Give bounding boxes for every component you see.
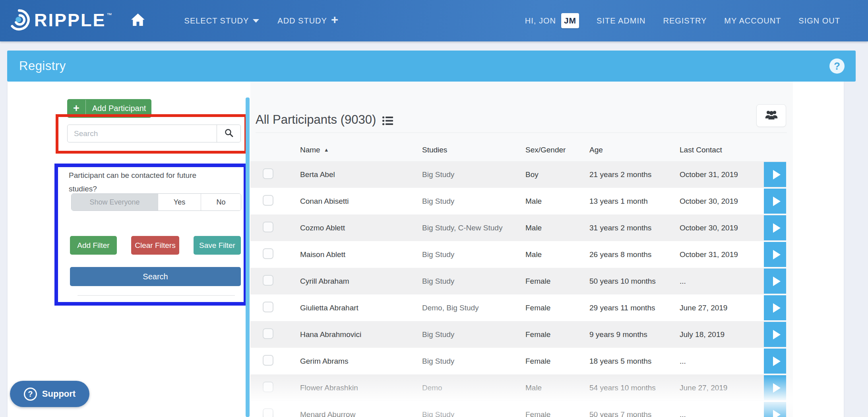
column-header-studies[interactable]: Studies — [416, 146, 519, 154]
home-button[interactable] — [131, 14, 145, 28]
plus-icon: + — [67, 100, 86, 117]
open-participant-button[interactable] — [764, 322, 786, 347]
help-icon[interactable]: ? — [829, 58, 845, 74]
row-checkbox[interactable] — [263, 302, 273, 312]
row-checkbox[interactable] — [263, 275, 273, 286]
table-row: Berta Abel Big Study Boy 21 years 2 mont… — [250, 161, 786, 188]
participants-table-body: Berta Abel Big Study Boy 21 years 2 mont… — [250, 161, 786, 417]
participant-last-contact: July 18, 2019 — [674, 330, 764, 339]
row-checkbox[interactable] — [263, 382, 273, 392]
save-filter-button[interactable]: Save Filter — [194, 236, 241, 255]
add-study-label: ADD STUDY — [277, 16, 327, 25]
participant-name: Giulietta Abrahart — [294, 304, 416, 312]
participant-name: Conan Abisetti — [294, 197, 416, 206]
group-view-button[interactable] — [756, 104, 786, 127]
row-checkbox-cell — [250, 275, 294, 288]
panel-scrollbar[interactable] — [246, 97, 250, 417]
table-row: Cozmo Ablett Big Study, C-New Study Male… — [250, 214, 786, 241]
participant-sex: Female — [519, 330, 583, 339]
clear-filters-button[interactable]: Clear Filters — [131, 236, 179, 255]
open-participant-button[interactable] — [764, 242, 786, 267]
participant-studies: Big Study — [416, 197, 519, 206]
search-submit-button[interactable] — [217, 125, 240, 142]
open-participant-button[interactable] — [764, 215, 786, 240]
search-input[interactable] — [68, 125, 217, 142]
participant-age: 9 years 9 months — [583, 330, 674, 339]
open-participant-button[interactable] — [764, 295, 786, 320]
navbar-left-group: RIPPLE ™ SELECT STUDY ADD STUDY + — [8, 0, 339, 41]
support-button[interactable]: ? Support — [10, 381, 89, 407]
participant-last-contact: June 27, 2019 — [674, 384, 764, 392]
participant-studies: Demo, Big Study — [416, 304, 519, 312]
table-row: Cyrill Abraham Big Study Female 50 years… — [250, 268, 786, 294]
open-participant-button[interactable] — [764, 162, 786, 187]
nav-my-account[interactable]: MY ACCOUNT — [724, 16, 781, 25]
user-menu[interactable]: HI, JON JM — [525, 13, 579, 28]
segment-yes[interactable]: Yes — [158, 194, 201, 210]
participant-name: Cozmo Ablett — [294, 224, 416, 232]
column-header-last-contact[interactable]: Last Contact — [674, 146, 764, 154]
row-checkbox-cell — [250, 222, 294, 234]
right-arrow-icon — [773, 410, 781, 417]
add-study-button[interactable]: ADD STUDY + — [277, 16, 339, 25]
row-checkbox-cell — [250, 355, 294, 368]
participant-sex: Female — [519, 410, 583, 417]
table-row: Gerim Abrams Big Study Female 18 years 5… — [250, 348, 786, 374]
participant-studies: Big Study, C-New Study — [416, 224, 519, 232]
row-checkbox[interactable] — [263, 328, 273, 339]
column-header-sex[interactable]: Sex/Gender — [519, 146, 583, 154]
column-header-age[interactable]: Age — [583, 146, 674, 154]
participant-sex: Male — [519, 250, 583, 259]
page-title: Registry — [19, 59, 66, 73]
select-study-menu[interactable]: SELECT STUDY — [184, 16, 260, 25]
brand-trademark: ™ — [107, 12, 112, 18]
participant-age: 18 years 5 months — [583, 357, 674, 366]
home-icon — [131, 14, 145, 28]
nav-registry[interactable]: REGISTRY — [663, 16, 707, 25]
participants-title-row: All Participants (9030) — [256, 113, 393, 127]
segment-show-everyone[interactable]: Show Everyone — [72, 194, 158, 210]
participant-name: Flower Abrashkin — [294, 384, 416, 392]
table-row: Maison Ablett Big Study Male 26 years 8 … — [250, 241, 786, 268]
right-arrow-icon — [773, 223, 781, 233]
segment-no[interactable]: No — [201, 194, 241, 210]
magnifier-icon — [224, 128, 234, 139]
open-participant-button[interactable] — [764, 269, 786, 294]
ripple-logo[interactable]: RIPPLE ™ — [8, 9, 112, 33]
right-arrow-icon — [773, 277, 781, 286]
participant-sex: Male — [519, 197, 583, 206]
title-divider — [256, 133, 787, 133]
participant-age: 29 years 11 months — [583, 304, 674, 312]
row-checkbox[interactable] — [263, 195, 273, 206]
participant-sex: Female — [519, 357, 583, 366]
open-participant-button[interactable] — [764, 349, 786, 374]
people-group-icon — [765, 109, 778, 122]
participant-last-contact: June 27, 2019 — [674, 304, 764, 312]
participant-sex: Male — [519, 384, 583, 392]
participant-age: 31 years 2 months — [583, 224, 674, 232]
open-participant-button[interactable] — [764, 402, 786, 417]
row-checkbox[interactable] — [263, 222, 273, 232]
row-checkbox[interactable] — [263, 355, 273, 366]
list-icon[interactable] — [382, 116, 393, 125]
participant-studies: Big Study — [416, 170, 519, 179]
column-header-name[interactable]: Name ▲ — [294, 146, 416, 154]
participant-studies: Demo — [416, 384, 519, 392]
participant-sex: Boy — [519, 170, 583, 179]
open-participant-button[interactable] — [764, 189, 786, 214]
participant-sex: Female — [519, 277, 583, 286]
row-checkbox[interactable] — [263, 248, 273, 259]
nav-sign-out[interactable]: SIGN OUT — [798, 16, 840, 25]
add-filter-button[interactable]: Add Filter — [70, 236, 117, 255]
row-checkbox-cell — [250, 408, 294, 417]
add-participant-button[interactable]: + Add Participant — [67, 99, 151, 118]
open-participant-button[interactable] — [764, 375, 786, 400]
row-checkbox[interactable] — [263, 408, 273, 417]
participant-age: 50 years 10 months — [583, 277, 674, 286]
participant-studies: Big Study — [416, 250, 519, 259]
filter-search-button[interactable]: Search — [70, 267, 241, 286]
right-arrow-icon — [773, 170, 781, 179]
nav-site-admin[interactable]: SITE ADMIN — [597, 16, 645, 25]
row-checkbox-cell — [250, 195, 294, 208]
row-checkbox[interactable] — [263, 168, 273, 179]
